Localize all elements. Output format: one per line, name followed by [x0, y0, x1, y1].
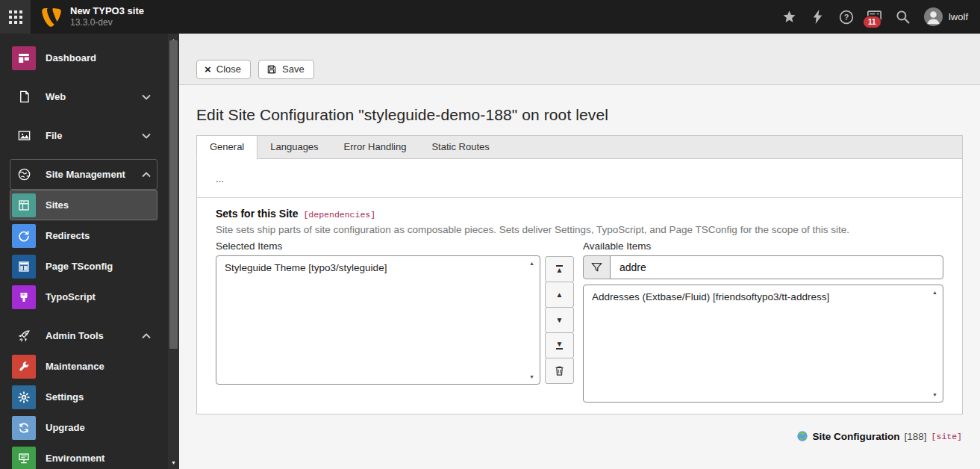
- tab-general[interactable]: General: [196, 135, 258, 159]
- sidebar-item-settings[interactable]: Settings: [10, 382, 157, 412]
- chevron-up-icon: [142, 172, 151, 178]
- system-information-toolbar-button[interactable]: 11: [861, 0, 889, 34]
- redirects-icon: [12, 224, 36, 248]
- scrollbar-thumb[interactable]: [169, 40, 178, 349]
- wrench-icon: [12, 355, 36, 379]
- listbox-scroll-up-icon[interactable]: ▲: [932, 290, 937, 295]
- bookmark-toolbar-button[interactable]: [775, 0, 804, 34]
- save-button-label: Save: [282, 63, 305, 75]
- bolt-icon: [812, 10, 823, 24]
- funnel-icon: [590, 261, 603, 274]
- sidebar-item-site-management[interactable]: Site Management: [10, 159, 157, 190]
- selected-items-column: Selected Items Styleguide Theme [typo3/s…: [216, 240, 540, 385]
- web-icon: [12, 85, 36, 109]
- module-menu: Dashboard Web File Site Management: [0, 34, 167, 469]
- selected-items-label: Selected Items: [216, 240, 540, 252]
- listbox-scroll-down-icon[interactable]: ▼: [529, 374, 534, 379]
- listbox-scroll-up-icon[interactable]: ▲: [529, 261, 534, 266]
- filter-button[interactable]: [583, 255, 611, 279]
- module-content: × Close Save Edit Site Configuration "st…: [179, 34, 980, 469]
- tab-static-routes[interactable]: Static Routes: [419, 136, 502, 158]
- sidebar-scrollbar[interactable]: ▲ ▼: [168, 34, 179, 469]
- record-table-note: [site]: [931, 432, 962, 441]
- topbar: New TYPO3 site 13.3.0-dev ?: [0, 0, 980, 34]
- sidebar-item-web[interactable]: Web: [10, 81, 157, 112]
- sidebar-item-label: Site Management: [46, 169, 125, 180]
- page-title: Edit Site Configuration "styleguide-demo…: [196, 106, 963, 124]
- scrollbar-down-arrow[interactable]: ▼: [168, 458, 179, 467]
- sidebar-item-label: Redirects: [46, 230, 90, 241]
- sidebar-item-upgrade[interactable]: Upgrade: [10, 412, 157, 443]
- move-up-button[interactable]: ▲: [545, 282, 574, 308]
- sidebar-item-label: TypoScript: [46, 291, 96, 302]
- sidebar-item-typoscript[interactable]: TypoScript: [10, 282, 157, 312]
- move-to-bottom-button[interactable]: ▼: [545, 332, 574, 358]
- rocket-icon: [12, 324, 36, 348]
- listbox-scroll-down-icon[interactable]: ▼: [932, 392, 937, 397]
- sets-dependencies-note: [dependencies]: [303, 210, 375, 220]
- item-move-buttons: ▲ ▲ ▼ ▼: [545, 256, 574, 384]
- refresh-icon: [12, 416, 36, 440]
- available-item-option[interactable]: Addresses (Extbase/Fluid) [friendsoftypo…: [584, 285, 943, 305]
- file-icon: [12, 124, 36, 148]
- site-title: New TYPO3 site: [70, 5, 144, 17]
- selected-item-option[interactable]: Styleguide Theme [typo3/styleguide]: [216, 256, 540, 276]
- sidebar-item-label: Maintenance: [46, 361, 104, 372]
- record-title: Site Configuration: [813, 431, 900, 442]
- close-button[interactable]: × Close: [196, 60, 251, 79]
- available-items-listbox[interactable]: Addresses (Extbase/Fluid) [friendsoftypo…: [583, 285, 943, 403]
- record-globe-icon: [796, 430, 808, 442]
- move-down-button[interactable]: ▼: [545, 307, 574, 333]
- help-toolbar-button[interactable]: ?: [832, 0, 861, 34]
- tab-error-handling[interactable]: Error Handling: [331, 136, 419, 158]
- move-to-bottom-icon: ▼: [556, 341, 564, 350]
- available-items-column: Available Items Addresses (Extbase/Fluid…: [583, 240, 943, 403]
- module-menu-toggle-button[interactable]: [0, 0, 31, 34]
- chevron-up-icon: [142, 333, 151, 339]
- tab-panel-general: ... Sets for this Site [dependencies] Si…: [196, 159, 963, 414]
- chevron-down-icon: [142, 133, 151, 139]
- close-icon: ×: [205, 64, 211, 74]
- topbar-site-info: New TYPO3 site 13.3.0-dev: [70, 5, 144, 28]
- remove-item-button[interactable]: [545, 358, 574, 384]
- sidebar-item-file[interactable]: File: [10, 120, 157, 151]
- close-button-label: Close: [216, 63, 241, 75]
- tab-bar: General Languages Error Handling Static …: [196, 135, 963, 159]
- user-toolbar-button[interactable]: lwolf: [917, 7, 971, 27]
- selected-items-listbox[interactable]: Styleguide Theme [typo3/styleguide] ▲ ▼: [216, 255, 540, 385]
- clear-cache-toolbar-button[interactable]: [804, 0, 832, 34]
- sidebar-item-maintenance[interactable]: Maintenance: [10, 351, 157, 382]
- dashboard-icon: [12, 46, 36, 70]
- sidebar-item-redirects[interactable]: Redirects: [10, 220, 157, 251]
- sidebar-item-label: Page TSconfig: [46, 261, 113, 272]
- trash-icon: [555, 365, 564, 376]
- sidebar-item-label: Upgrade: [46, 422, 85, 433]
- environment-icon: [12, 447, 36, 469]
- sets-legend: Sets for this Site: [216, 208, 298, 220]
- avatar: [923, 7, 943, 27]
- available-items-filter-input[interactable]: [610, 255, 943, 279]
- docheader: × Close Save: [179, 34, 980, 85]
- move-to-top-button[interactable]: ▲: [545, 256, 574, 282]
- sidebar-item-dashboard[interactable]: Dashboard: [10, 43, 157, 73]
- sidebar-item-label: Web: [46, 91, 66, 102]
- sidebar-item-environment[interactable]: Environment: [10, 443, 157, 469]
- sidebar-item-label: Dashboard: [46, 52, 96, 63]
- topbar-toolbar: ? 11 lwolf: [775, 0, 980, 34]
- typo3-logo: [40, 6, 63, 28]
- sidebar-item-sites[interactable]: Sites: [10, 190, 157, 220]
- tab-languages[interactable]: Languages: [258, 136, 331, 158]
- star-icon: [782, 10, 796, 24]
- search-toolbar-button[interactable]: [889, 0, 917, 34]
- save-button[interactable]: Save: [258, 60, 314, 79]
- sidebar-item-page-tsconfig[interactable]: Page TSconfig: [10, 251, 157, 282]
- module-menu-sidebar: Dashboard Web File Site Management: [0, 34, 179, 469]
- page-tsconfig-icon: [12, 255, 36, 279]
- gear-icon: [12, 385, 36, 409]
- sidebar-item-label: Settings: [46, 391, 84, 403]
- record-uid: [188]: [905, 431, 927, 442]
- sets-description: Site sets ship parts of site configurati…: [216, 224, 943, 235]
- save-icon: [266, 64, 277, 75]
- help-icon: ?: [839, 10, 854, 25]
- sidebar-item-admin-tools[interactable]: Admin Tools: [10, 320, 157, 351]
